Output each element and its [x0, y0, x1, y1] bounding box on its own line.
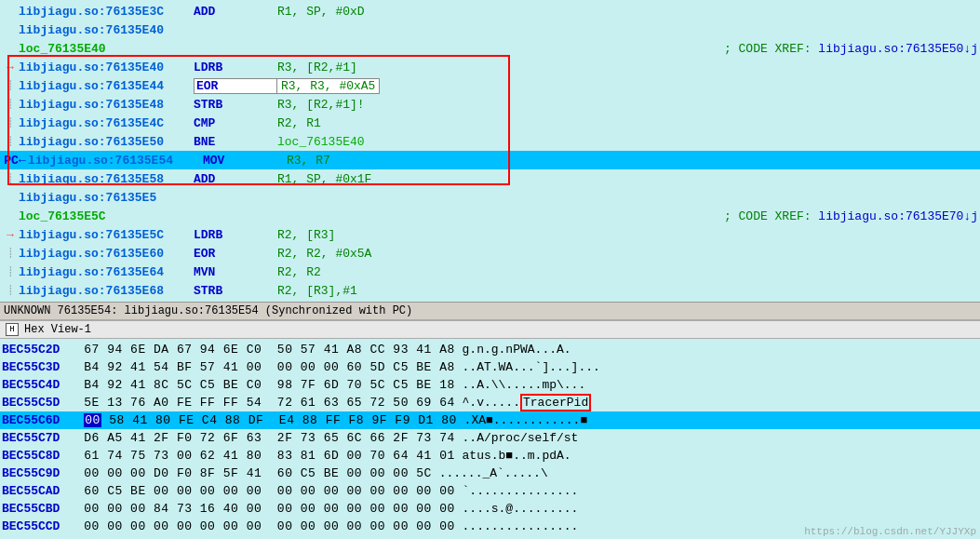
dashed-marker: ┊ — [2, 80, 19, 91]
line-comment: ; CODE XREF: libjiagu.so:76135E70↓j — [724, 209, 978, 223]
hex-addr: BEC55C4D — [2, 378, 76, 392]
line-ops: R3, [R2,#1]! — [277, 98, 365, 112]
disasm-line[interactable]: → libjiagu.so:76135E5C LDRB R2, [R3] — [0, 225, 980, 244]
hex-bytes: B4 92 41 54 BF 57 41 00 00 00 00 60 5D C… — [76, 360, 455, 374]
line-mnem: MVN — [194, 265, 277, 279]
hex-panel: BEC55C2D 67 94 6E DA 67 94 6E C0 50 57 4… — [0, 339, 980, 539]
line-ops: R3, R7 — [287, 154, 330, 168]
status-text: UNKNOWN 76135E54: libjiagu.so:76135E54 (… — [4, 304, 412, 317]
disasm-line[interactable]: ┊ libjiagu.so:76135E64 MVN R2, R2 — [0, 263, 980, 281]
line-mnem: STRB — [194, 284, 277, 298]
hex-line[interactable]: BEC55C9D 00 00 00 D0 F0 8F 5F 41 60 C5 B… — [0, 465, 980, 482]
arrow-marker: → — [2, 61, 19, 74]
line-addr: libjiagu.so:76135E64 — [19, 265, 186, 279]
dashed-marker: ┊ — [2, 266, 19, 277]
watermark-text: https://blog.csdn.net/YJJYXp — [804, 526, 976, 537]
line-ops: R1, SP, #0xD — [277, 5, 365, 19]
dashed-marker: ┊ — [2, 173, 19, 184]
line-mnem: ADD — [194, 5, 277, 19]
line-addr: libjiagu.so:76135E48 — [19, 98, 186, 112]
line-addr: libjiagu.so:76135E5 — [19, 191, 186, 205]
hex-line[interactable]: BEC55CAD 60 C5 BE 00 00 00 00 00 00 00 0… — [0, 482, 980, 500]
line-addr: libjiagu.so:76135E54 — [28, 154, 195, 168]
hex-line[interactable]: BEC55C4D B4 92 41 8C 5C C5 BE C0 98 7F 6… — [0, 376, 980, 394]
line-addr: libjiagu.so:76135E68 — [19, 284, 186, 298]
status-bar: UNKNOWN 76135E54: libjiagu.so:76135E54 (… — [0, 302, 980, 319]
hex-ascii: ^.v.....TracerPid — [455, 396, 591, 410]
hex-view-icon: H — [6, 323, 19, 336]
hex-ascii: ..AT.WA...`]...]... — [455, 360, 600, 374]
hex-bytes: 00 00 00 84 73 16 40 00 00 00 00 00 00 0… — [76, 502, 455, 516]
hex-ascii: ................ — [455, 519, 579, 533]
line-addr: libjiagu.so:76135E60 — [19, 247, 186, 261]
disasm-line[interactable]: ┊ libjiagu.so:76135E44 EOR R3, R3, #0xA5 — [0, 76, 980, 95]
line-ops: R1, SP, #0x1F — [277, 172, 371, 186]
hex-ascii: .XA■............■ — [457, 413, 587, 427]
hex-line[interactable]: BEC55C8D 61 74 75 73 00 62 41 80 83 81 6… — [0, 447, 980, 465]
hex-ascii: g.n.g.nPWA...A. — [455, 343, 571, 357]
line-mnem: EOR — [194, 247, 277, 261]
hex-view-header: H Hex View-1 — [0, 319, 980, 339]
disasm-line[interactable]: ┊ libjiagu.so:76135E68 STRB R2, [R3],#1 — [0, 281, 980, 300]
hex-ascii: ....s.@......... — [455, 502, 579, 516]
line-mnem: ADD — [194, 172, 277, 186]
hex-line[interactable]: BEC55C2D 67 94 6E DA 67 94 6E C0 50 57 4… — [0, 341, 980, 358]
hex-bytes: 5E 13 76 A0 FE FF FF 54 72 61 63 65 72 5… — [76, 396, 455, 410]
disasm-line[interactable]: libjiagu.so:76135E5 — [0, 188, 980, 207]
hex-ascii: ..A.\\.....mp\... — [455, 378, 585, 392]
line-addr: libjiagu.so:76135E4C — [19, 116, 186, 130]
hex-ascii: `............... — [455, 484, 579, 498]
disasm-line[interactable]: libjiagu.so:76135E40 — [0, 20, 980, 39]
line-addr: libjiagu.so:76135E44 — [19, 79, 186, 93]
disasm-line[interactable]: ┊ libjiagu.so:76135E60 EOR R2, R2, #0x5A — [0, 244, 980, 263]
hex-addr: BEC55C5D — [2, 396, 76, 410]
line-mnem: BNE — [194, 135, 277, 149]
line-addr: libjiagu.so:76135E3C — [19, 5, 186, 19]
line-mnem: LDRB — [194, 61, 277, 74]
line-addr: libjiagu.so:76135E40 — [19, 61, 186, 74]
hex-bytes: 00 00 00 00 00 00 00 00 00 00 00 00 00 0… — [76, 519, 455, 533]
disasm-line[interactable]: loc_76135E40 ; CODE XREF: libjiagu.so:76… — [0, 39, 980, 58]
line-comment: ; CODE XREF: libjiagu.so:76135E50↓j — [724, 42, 978, 56]
hex-line[interactable]: BEC55C3D B4 92 41 54 BF 57 41 00 00 00 0… — [0, 358, 980, 376]
dashed-marker: ┊ — [2, 285, 19, 296]
hex-bytes: B4 92 41 8C 5C C5 BE C0 98 7F 6D 70 5C C… — [76, 378, 455, 392]
hex-line[interactable]: BEC55C5D 5E 13 76 A0 FE FF FF 54 72 61 6… — [0, 394, 980, 411]
watermark: https://blog.csdn.net/YJJYXp — [804, 526, 976, 537]
arrow-marker: → — [2, 228, 19, 242]
line-ops: R2, R2 — [277, 265, 321, 279]
hex-bytes: 60 C5 BE 00 00 00 00 00 00 00 00 00 00 0… — [76, 484, 455, 498]
line-mnem: EOR — [194, 78, 277, 94]
disasm-line[interactable]: ┊ libjiagu.so:76135E50 BNE loc_76135E40 — [0, 132, 980, 151]
hex-addr: BEC55CBD — [2, 502, 76, 516]
hex-ascii: ..A/proc/self/st — [455, 431, 579, 445]
hex-line[interactable]: BEC55CBD 00 00 00 84 73 16 40 00 00 00 0… — [0, 500, 980, 518]
disasm-line[interactable]: libjiagu.so:76135E3C ADD R1, SP, #0xD — [0, 2, 980, 20]
hex-line[interactable]: BEC55C7D D6 A5 41 2F F0 72 6F 63 2F 73 6… — [0, 429, 980, 447]
disasm-line[interactable]: ┊ libjiagu.so:76135E48 STRB R3, [R2,#1]! — [0, 95, 980, 114]
hex-addr: BEC55C3D — [2, 360, 76, 374]
line-mnem: STRB — [194, 98, 277, 112]
dashed-marker: ┊ — [2, 117, 19, 128]
disasm-panel: libjiagu.so:76135E3C ADD R1, SP, #0xD li… — [0, 0, 980, 302]
disasm-line[interactable]: → libjiagu.so:76135E40 LDRB R3, [R2,#1] — [0, 58, 980, 76]
disasm-line[interactable]: ┊ libjiagu.so:76135E58 ADD R1, SP, #0x1F — [0, 169, 980, 188]
hex-bytes: 61 74 75 73 00 62 41 80 83 81 6D 00 70 6… — [76, 449, 455, 463]
line-ops: R2, R1 — [277, 116, 321, 130]
disasm-line-pc[interactable]: PC← libjiagu.so:76135E54 MOV R3, R7 — [0, 151, 980, 169]
disasm-line[interactable]: ┊ libjiagu.so:76135E4C CMP R2, R1 — [0, 114, 980, 132]
hex-ascii: atus.b■..m.pdA. — [455, 449, 571, 463]
hex-bytes: 00 58 41 80 FE C4 88 DF E4 88 FF F8 9F F… — [76, 413, 457, 427]
hex-addr: BEC55C6D — [2, 413, 76, 427]
line-ops: R2, [R3] — [277, 228, 335, 242]
hex-line-highlighted[interactable]: BEC55C6D 00 58 41 80 FE C4 88 DF E4 88 F… — [0, 411, 980, 429]
line-addr: libjiagu.so:76135E40 — [19, 23, 186, 37]
line-ops: loc_76135E40 — [277, 135, 365, 149]
disasm-line[interactable]: loc_76135E5C ; CODE XREF: libjiagu.so:76… — [0, 207, 980, 225]
hex-bytes: 00 00 00 D0 F0 8F 5F 41 60 C5 BE 00 00 0… — [76, 466, 432, 480]
line-addr: libjiagu.so:76135E50 — [19, 135, 186, 149]
line-addr: libjiagu.so:76135E5C — [19, 228, 186, 242]
ascii-box-tracerpid: TracerPid — [520, 394, 591, 411]
hex-ascii: ......_A`.....\ — [432, 466, 548, 480]
dashed-marker: ┊ — [2, 248, 19, 259]
